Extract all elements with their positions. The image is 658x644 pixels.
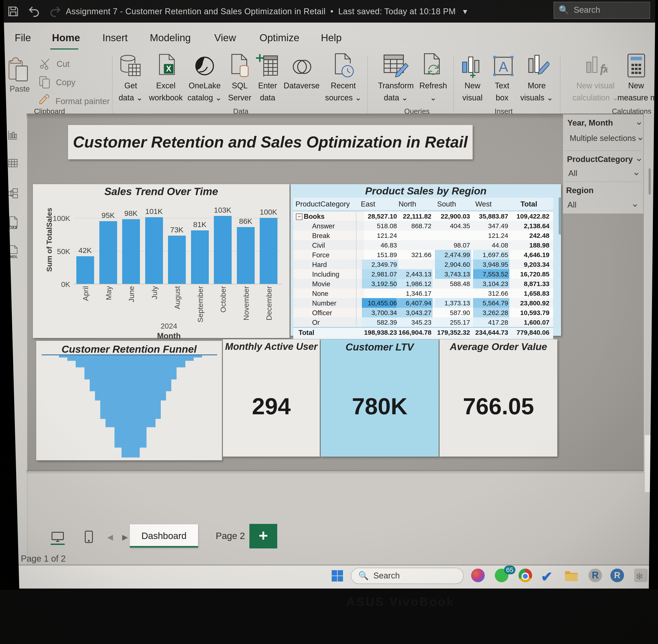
svg-text:A: A — [499, 59, 508, 75]
svg-text:fx: fx — [600, 63, 607, 75]
svg-text:DAX: DAX — [9, 226, 17, 230]
svg-text:X: X — [166, 64, 171, 73]
